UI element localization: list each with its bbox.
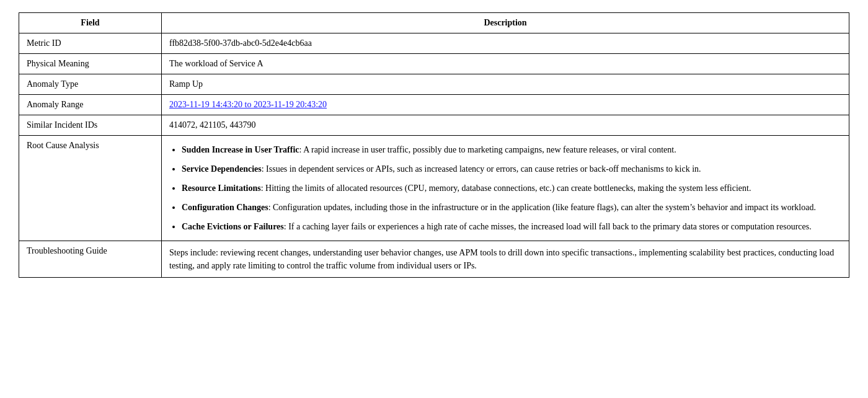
table-row: Troubleshooting Guide Steps include: rev…: [19, 241, 849, 278]
metric-id-field: Metric ID: [19, 33, 162, 54]
anomaly-range-field: Anomaly Range: [19, 95, 162, 115]
troubleshooting-value: Steps include: reviewing recent changes,…: [162, 241, 849, 278]
anomaly-type-value: Ramp Up: [162, 74, 849, 95]
table-row: Metric ID ffb82d38-5f00-37db-abc0-5d2e4e…: [19, 33, 849, 54]
root-cause-term-1: Sudden Increase in User Traffic: [182, 145, 299, 154]
table-row: Anomaly Range 2023-11-19 14:43:20 to 202…: [19, 95, 849, 115]
root-cause-desc-1: : A rapid increase in user traffic, poss…: [299, 145, 676, 154]
anomaly-type-field: Anomaly Type: [19, 74, 162, 95]
list-item: Resource Limitations: Hitting the limits…: [182, 182, 841, 195]
root-cause-term-2: Service Dependencies: [182, 164, 262, 174]
anomaly-range-text: 2023-11-19 14:43:20 to 2023-11-19 20:43:…: [169, 100, 327, 109]
root-cause-desc-3: : Hitting the limits of allocated resour…: [261, 184, 751, 193]
anomaly-range-value: 2023-11-19 14:43:20 to 2023-11-19 20:43:…: [162, 95, 849, 115]
root-cause-field: Root Cause Analysis: [19, 136, 162, 241]
table-row: Anomaly Type Ramp Up: [19, 74, 849, 95]
info-table: Field Description Metric ID ffb82d38-5f0…: [19, 12, 849, 278]
root-cause-value: Sudden Increase in User Traffic: A rapid…: [162, 136, 849, 241]
troubleshooting-text: Steps include: reviewing recent changes,…: [169, 246, 841, 272]
table-row: Physical Meaning The workload of Service…: [19, 54, 849, 74]
root-cause-list: Sudden Increase in User Traffic: A rapid…: [169, 143, 841, 233]
physical-meaning-value: The workload of Service A: [162, 54, 849, 74]
list-item: Sudden Increase in User Traffic: A rapid…: [182, 143, 841, 156]
list-item: Cache Evictions or Failures: If a cachin…: [182, 220, 841, 233]
physical-meaning-field: Physical Meaning: [19, 54, 162, 74]
similar-incidents-value: 414072, 421105, 443790: [162, 115, 849, 136]
root-cause-term-4: Configuration Changes: [182, 203, 268, 212]
troubleshooting-field: Troubleshooting Guide: [19, 241, 162, 278]
description-header: Description: [162, 13, 849, 33]
table-row: Root Cause Analysis Sudden Increase in U…: [19, 136, 849, 241]
list-item: Service Dependencies: Issues in dependen…: [182, 162, 841, 175]
root-cause-desc-5: : If a caching layer fails or experience…: [284, 222, 812, 231]
root-cause-term-5: Cache Evictions or Failures: [182, 222, 284, 231]
field-header: Field: [19, 13, 162, 33]
table-header-row: Field Description: [19, 13, 849, 33]
root-cause-desc-2: : Issues in dependent services or APIs, …: [262, 164, 701, 174]
similar-incidents-field: Similar Incident IDs: [19, 115, 162, 136]
table-row: Similar Incident IDs 414072, 421105, 443…: [19, 115, 849, 136]
list-item: Configuration Changes: Configuration upd…: [182, 201, 841, 214]
metric-id-value: ffb82d38-5f00-37db-abc0-5d2e4e4cb6aa: [162, 33, 849, 54]
root-cause-term-3: Resource Limitations: [182, 184, 261, 193]
root-cause-desc-4: : Configuration updates, including those…: [268, 203, 816, 212]
